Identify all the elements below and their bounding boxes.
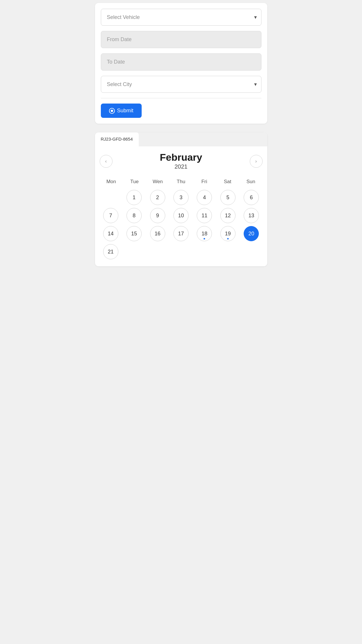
day-17[interactable]: 17 — [173, 226, 189, 241]
day-13[interactable]: 13 — [244, 208, 259, 223]
day-cell: 15 — [123, 226, 145, 241]
day-header-tue: Tue — [123, 177, 146, 186]
day-10[interactable]: 10 — [173, 208, 189, 223]
vehicle-tab[interactable]: RJ23-GFD-8654 — [95, 132, 139, 146]
day-cell: 10 — [170, 208, 192, 223]
day-header-sat: Sat — [216, 177, 239, 186]
submit-button[interactable]: Submit — [101, 104, 142, 118]
day-8[interactable]: 8 — [126, 208, 142, 223]
day-21[interactable]: 21 — [103, 244, 118, 259]
day-4[interactable]: 4 — [197, 190, 212, 205]
day-cell: 20 — [240, 226, 262, 241]
calendar-header: ‹ February 2021 › — [100, 152, 263, 170]
day-empty — [103, 190, 118, 205]
day-cell — [100, 190, 122, 205]
day-5[interactable]: 5 — [220, 190, 236, 205]
day-cell: 13 — [240, 208, 262, 223]
day-header-fri: Fri — [193, 177, 216, 186]
month-title: February 2021 — [160, 152, 202, 170]
from-date-group — [101, 31, 261, 48]
day-11[interactable]: 11 — [197, 208, 212, 223]
day-cell: 21 — [100, 244, 122, 259]
day-15[interactable]: 15 — [126, 226, 142, 241]
submit-row: Submit — [101, 98, 261, 118]
day-cell: 16 — [146, 226, 168, 241]
submit-label: Submit — [117, 108, 133, 114]
from-date-input[interactable] — [101, 31, 261, 48]
days-grid: 123456789101112131415161718192021 — [100, 190, 263, 259]
form-card: Select Vehicle ▾ Select City ▾ Submit — [95, 3, 267, 124]
day-cell: 6 — [240, 190, 262, 205]
city-select-group: Select City ▾ — [101, 76, 261, 93]
day-cell: 14 — [100, 226, 122, 241]
next-icon: › — [255, 159, 257, 164]
day-20[interactable]: 20 — [244, 226, 259, 241]
day-cell: 11 — [193, 208, 215, 223]
prev-icon: ‹ — [105, 159, 107, 164]
vehicle-select-group: Select Vehicle ▾ — [101, 9, 261, 26]
day-cell: 9 — [146, 208, 168, 223]
day-12[interactable]: 12 — [220, 208, 236, 223]
day-cell: 7 — [100, 208, 122, 223]
vehicle-tab-label: RJ23-GFD-8654 — [101, 136, 133, 141]
day-3[interactable]: 3 — [173, 190, 189, 205]
day-cell: 12 — [217, 208, 239, 223]
day-cell: 5 — [217, 190, 239, 205]
day-cell: 19 — [217, 226, 239, 241]
year-label: 2021 — [160, 163, 202, 170]
day-cell: 18 — [193, 226, 215, 241]
to-date-group — [101, 53, 261, 71]
day-header-mon: Mon — [100, 177, 123, 186]
month-name: February — [160, 152, 202, 162]
day-6[interactable]: 6 — [244, 190, 259, 205]
day-cell: 2 — [146, 190, 168, 205]
select-vehicle[interactable]: Select Vehicle — [101, 9, 261, 26]
day-14[interactable]: 14 — [103, 226, 118, 241]
day-header-wen: Wen — [146, 177, 169, 186]
day-19[interactable]: 19 — [220, 226, 236, 241]
select-city[interactable]: Select City — [101, 76, 261, 93]
day-16[interactable]: 16 — [150, 226, 165, 241]
to-date-input[interactable] — [101, 53, 261, 71]
day-2[interactable]: 2 — [150, 190, 165, 205]
day-1[interactable]: 1 — [126, 190, 142, 205]
day-headers: MonTueWenThuFriSatSun — [100, 177, 263, 186]
prev-month-button[interactable]: ‹ — [100, 155, 113, 168]
day-cell: 3 — [170, 190, 192, 205]
tab-bar: RJ23-GFD-8654 — [95, 132, 267, 146]
submit-icon — [109, 108, 115, 114]
vehicle-select-wrapper: Select Vehicle ▾ — [101, 9, 261, 26]
next-month-button[interactable]: › — [250, 155, 263, 168]
day-9[interactable]: 9 — [150, 208, 165, 223]
day-cell: 1 — [123, 190, 145, 205]
day-cell: 8 — [123, 208, 145, 223]
calendar-section: RJ23-GFD-8654 ‹ February 2021 › MonTueWe… — [95, 132, 267, 266]
day-18[interactable]: 18 — [197, 226, 212, 241]
day-cell: 4 — [193, 190, 215, 205]
calendar-body: ‹ February 2021 › MonTueWenThuFriSatSun … — [95, 146, 267, 266]
day-header-thu: Thu — [169, 177, 193, 186]
day-7[interactable]: 7 — [103, 208, 118, 223]
day-cell: 17 — [170, 226, 192, 241]
city-select-wrapper: Select City ▾ — [101, 76, 261, 93]
day-header-sun: Sun — [239, 177, 263, 186]
